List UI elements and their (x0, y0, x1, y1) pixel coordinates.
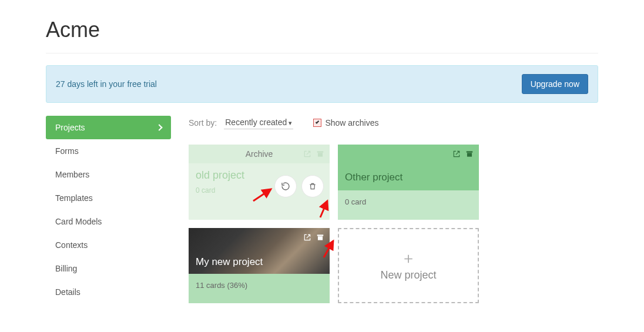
svg-rect-5 (467, 153, 472, 156)
restore-button[interactable] (274, 175, 297, 197)
divider (46, 53, 598, 53)
upgrade-button[interactable]: Upgrade now (522, 74, 588, 94)
sidebar-item-label: Members (55, 170, 89, 179)
open-icon[interactable] (303, 233, 312, 242)
restore-icon (281, 182, 290, 191)
project-card[interactable]: My new project 11 cards (36%) (189, 228, 330, 303)
main: Sort by: Recently created Show archives … (189, 116, 598, 304)
trial-alert-text: 27 days left in your free trial (56, 79, 157, 89)
open-icon[interactable] (303, 149, 312, 159)
svg-rect-6 (317, 234, 324, 236)
svg-rect-7 (318, 236, 323, 240)
sidebar-item-label: Card Models (55, 217, 102, 226)
trash-icon (308, 182, 317, 190)
sidebar-item-card-models[interactable]: Card Models (46, 210, 171, 233)
toolbar: Sort by: Recently created Show archives (189, 116, 598, 129)
sort-select[interactable]: Recently created (224, 116, 293, 129)
project-meta: 11 cards (36%) (189, 274, 330, 303)
archive-icon[interactable] (465, 149, 474, 159)
sidebar-item-billing[interactable]: Billing (46, 257, 171, 280)
project-name: Other project (345, 172, 402, 190)
show-archives-toggle[interactable]: Show archives (313, 118, 378, 128)
new-project-button[interactable]: ＋ New project (338, 228, 479, 303)
sidebar-item-label: Details (55, 287, 80, 297)
archive-icon[interactable] (316, 233, 325, 242)
delete-button[interactable] (301, 175, 324, 197)
plus-icon: ＋ (401, 250, 416, 266)
sidebar-item-label: Billing (55, 264, 77, 273)
sidebar-item-templates[interactable]: Templates (46, 186, 171, 210)
svg-rect-4 (467, 151, 473, 152)
archive-badge-label: Archive (246, 149, 273, 159)
svg-line-3 (320, 201, 327, 217)
trial-alert: 27 days left in your free trial Upgrade … (46, 65, 598, 103)
sidebar-item-label: Contexts (55, 240, 88, 250)
project-meta: 0 card (338, 190, 479, 220)
sidebar-item-projects[interactable]: Projects (46, 116, 171, 139)
checkbox-icon (313, 119, 321, 127)
project-name: My new project (196, 256, 263, 268)
new-project-label: New project (380, 269, 436, 281)
svg-rect-0 (317, 151, 324, 152)
archive-badge: Archive (189, 145, 330, 163)
sidebar-item-contexts[interactable]: Contexts (46, 233, 171, 257)
project-grid: Archive old project 0 card (189, 145, 598, 303)
sidebar-item-label: Forms (55, 146, 79, 156)
sidebar-item-details[interactable]: Details (46, 280, 171, 304)
archive-icon[interactable] (316, 149, 325, 159)
sidebar-item-label: Projects (55, 123, 85, 132)
project-card-archived[interactable]: Archive old project 0 card (189, 145, 330, 220)
sidebar: Projects Forms Members Templates Card Mo… (46, 116, 171, 304)
sidebar-item-members[interactable]: Members (46, 163, 171, 186)
open-icon[interactable] (452, 149, 461, 159)
svg-rect-1 (318, 153, 323, 156)
sort-label: Sort by: (189, 118, 217, 128)
sidebar-item-forms[interactable]: Forms (46, 139, 171, 163)
project-card[interactable]: Other project 0 card (338, 145, 479, 220)
chevron-right-icon (156, 124, 162, 130)
show-archives-label: Show archives (325, 118, 378, 128)
page-title: Acme (46, 18, 598, 42)
sidebar-item-label: Templates (55, 193, 93, 203)
